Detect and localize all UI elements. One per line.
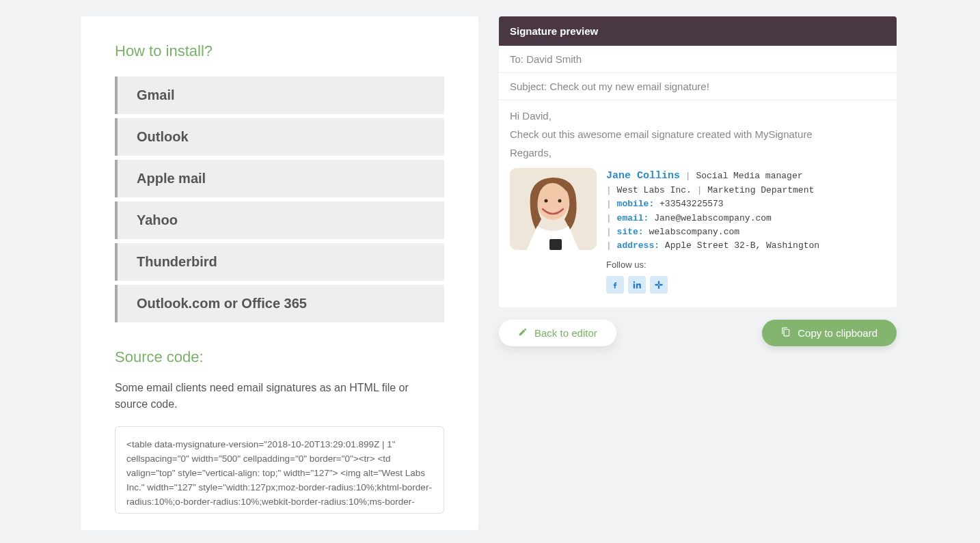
client-label: Apple mail: [137, 171, 206, 186]
svg-rect-10: [659, 284, 663, 286]
client-label: Outlook: [137, 129, 189, 144]
address-label: address:: [617, 240, 659, 251]
follow-label: Follow us:: [606, 258, 819, 272]
social-row: [606, 276, 819, 294]
client-thunderbird[interactable]: Thunderbird: [115, 243, 444, 281]
install-title: How to install?: [115, 42, 444, 60]
client-label: Thunderbird: [137, 254, 217, 269]
email-label: email:: [617, 213, 649, 223]
svg-point-3: [558, 199, 562, 203]
back-label: Back to editor: [534, 327, 597, 339]
svg-rect-9: [655, 284, 658, 286]
body-line: Check out this awesome email signature c…: [510, 128, 886, 140]
preview-to: To: David Smith: [499, 46, 897, 73]
preview-body: Hi David, Check out this awesome email s…: [499, 100, 897, 307]
install-panel: How to install? Gmail Outlook Apple mail…: [81, 16, 478, 530]
svg-rect-5: [634, 283, 635, 288]
slack-icon[interactable]: [650, 276, 668, 294]
client-yahoo[interactable]: Yahoo: [115, 201, 444, 239]
copy-label: Copy to clipboard: [798, 327, 877, 339]
preview-panel: Signature preview To: David Smith Subjec…: [499, 16, 897, 530]
svg-point-6: [634, 281, 635, 283]
sig-company: West Labs Inc.: [617, 185, 692, 195]
linkedin-icon[interactable]: [628, 276, 646, 294]
mobile-label: mobile:: [617, 199, 655, 209]
facebook-icon[interactable]: [606, 276, 624, 294]
sig-site: welabscompany.com: [649, 227, 739, 237]
sig-department: Marketing Department: [707, 185, 814, 195]
avatar: [510, 168, 597, 250]
client-label: Outlook.com or Office 365: [137, 296, 307, 311]
client-outlook[interactable]: Outlook: [115, 118, 444, 156]
regards-line: Regards,: [510, 147, 886, 158]
svg-rect-4: [549, 239, 562, 250]
sig-email: Jane@welabscompany.com: [654, 213, 772, 223]
client-gmail[interactable]: Gmail: [115, 76, 444, 114]
signature-details: Jane Collins | Social Media manager | We…: [606, 168, 819, 294]
clipboard-icon: [781, 327, 791, 339]
source-code-box[interactable]: <table data-mysignature-version="2018-10…: [115, 426, 444, 514]
copy-to-clipboard-button[interactable]: Copy to clipboard: [762, 320, 897, 346]
preview-subject: Subject: Check out my new email signatur…: [499, 73, 897, 100]
sig-name: Jane Collins: [606, 170, 680, 182]
pencil-icon: [518, 327, 528, 339]
client-office365[interactable]: Outlook.com or Office 365: [115, 285, 444, 322]
client-label: Yahoo: [137, 212, 178, 227]
preview-card: Signature preview To: David Smith Subjec…: [499, 16, 897, 307]
signature-block: Jane Collins | Social Media manager | We…: [510, 168, 886, 294]
sig-title: Social Media manager: [696, 171, 802, 181]
action-bar: Back to editor Copy to clipboard: [499, 320, 897, 346]
svg-point-2: [545, 199, 548, 203]
svg-rect-7: [658, 281, 659, 284]
preview-header: Signature preview: [499, 16, 897, 46]
source-code-desc: Some email clients need email signatures…: [115, 380, 444, 413]
svg-rect-8: [658, 286, 659, 289]
client-apple-mail[interactable]: Apple mail: [115, 160, 444, 197]
back-to-editor-button[interactable]: Back to editor: [499, 320, 616, 346]
greeting-line: Hi David,: [510, 110, 886, 122]
sig-address: Apple Street 32-B, Washington: [665, 240, 819, 251]
client-label: Gmail: [137, 87, 175, 102]
source-code-title: Source code:: [115, 348, 444, 366]
site-label: site:: [617, 227, 644, 237]
sig-mobile: +33543225573: [659, 199, 724, 209]
